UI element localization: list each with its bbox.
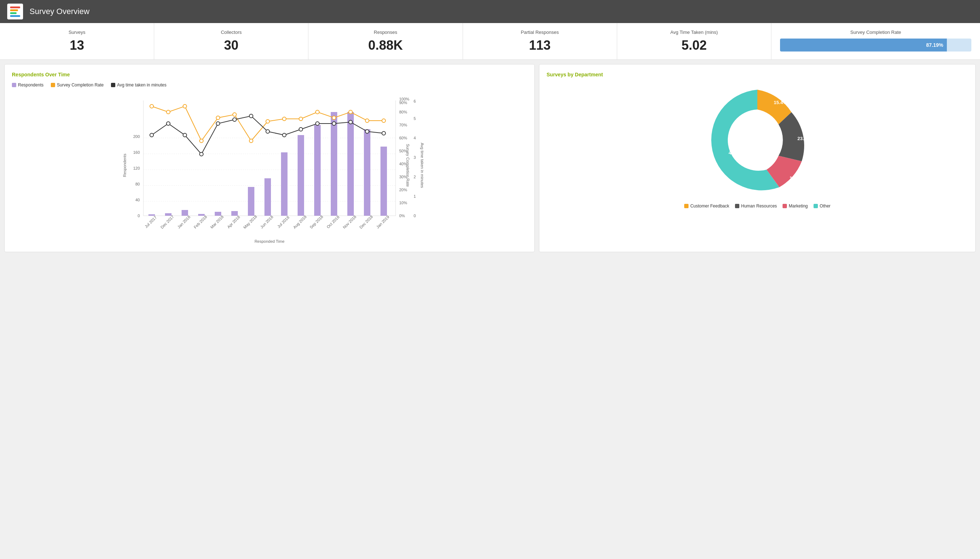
- bar-6: [248, 187, 254, 216]
- avgtime-dot-6: [249, 114, 253, 118]
- svg-text:Apr 2018: Apr 2018: [226, 215, 241, 229]
- svg-text:Jul 2017: Jul 2017: [144, 215, 157, 229]
- svg-text:10%: 10%: [399, 201, 407, 205]
- department-chart-title: Surveys by Department: [546, 72, 968, 78]
- avgtime-dot-11: [332, 122, 336, 125]
- donut-legend-box-marketing: [783, 204, 787, 208]
- donut-legend-label-hr: Human Resources: [741, 203, 777, 208]
- completion-dot-12: [349, 110, 353, 114]
- donut-legend-label-marketing: Marketing: [789, 203, 808, 208]
- donut-legend-box-hr: [735, 204, 739, 208]
- svg-text:Avg time taken in minutes: Avg time taken in minutes: [420, 143, 424, 188]
- donut-legend-box-customer: [684, 204, 689, 208]
- respondents-chart-area: 0 40 80 120 160 200 Respondents 0% 10% 2…: [12, 93, 527, 245]
- svg-text:Mar 2018: Mar 2018: [209, 214, 224, 229]
- svg-text:1: 1: [414, 194, 416, 198]
- completion-label: Survey Completion Rate: [780, 30, 971, 35]
- avgtime-dot-7: [266, 130, 270, 133]
- department-chart-panel: Surveys by Department: [539, 64, 976, 252]
- stat-responses-label: Responses: [317, 30, 454, 35]
- completion-dot-7: [266, 119, 270, 123]
- svg-text:200: 200: [133, 134, 140, 139]
- completion-dot-13: [365, 119, 369, 122]
- donut-legend-label-customer: Customer Feedback: [690, 203, 729, 208]
- svg-text:Jan 2019: Jan 2019: [376, 215, 390, 229]
- stat-collectors-label: Collectors: [163, 30, 300, 35]
- bar-12: [347, 112, 354, 216]
- avgtime-dot-4: [216, 122, 220, 125]
- svg-text:Jan 2018: Jan 2018: [177, 215, 191, 229]
- svg-text:100%: 100%: [399, 97, 409, 101]
- stat-avgtime-value: 5.02: [626, 38, 762, 53]
- stats-row: Surveys 13 Collectors 30 Responses 0.88K…: [0, 23, 980, 60]
- svg-text:0: 0: [414, 213, 416, 218]
- donut-legend-customer: Customer Feedback: [684, 203, 729, 208]
- svg-text:20%: 20%: [399, 188, 407, 192]
- svg-text:Feb 2018: Feb 2018: [193, 214, 207, 229]
- svg-text:Nov 2018: Nov 2018: [342, 214, 357, 230]
- main-content: Respondents Over Time Respondents Survey…: [0, 60, 980, 256]
- svg-text:70%: 70%: [399, 123, 407, 127]
- svg-text:2: 2: [414, 175, 416, 179]
- avgtime-dot-2: [183, 133, 187, 137]
- completion-dot-10: [316, 110, 319, 114]
- svg-text:Jun 2018: Jun 2018: [260, 215, 274, 229]
- donut-legend-box-other: [814, 204, 818, 208]
- segment-label-other: 46.2%: [728, 150, 743, 155]
- legend-completion-label: Survey Completion Rate: [57, 83, 104, 88]
- bar-13: [364, 129, 371, 216]
- logo-stripe-2: [10, 9, 18, 11]
- chart-legend: Respondents Survey Completion Rate Avg t…: [12, 83, 527, 88]
- bar-8: [281, 152, 288, 216]
- bar-11: [331, 112, 337, 216]
- svg-text:6: 6: [414, 99, 416, 103]
- stat-collectors-value: 30: [163, 38, 300, 53]
- completion-dot-8: [283, 117, 286, 121]
- svg-text:80: 80: [136, 182, 140, 186]
- avgtime-dot-8: [283, 133, 286, 137]
- progress-bar-bg: 87.19%: [780, 38, 971, 51]
- svg-text:Survey Completion Rate: Survey Completion Rate: [406, 144, 410, 187]
- respondents-chart-title: Respondents Over Time: [12, 72, 527, 78]
- svg-text:160: 160: [133, 150, 140, 154]
- app-header: Survey Overview: [0, 0, 980, 23]
- avgtime-dot-9: [299, 127, 303, 131]
- stat-partial-label: Partial Responses: [472, 30, 608, 35]
- svg-text:0: 0: [137, 213, 140, 218]
- legend-avgtime-box: [111, 83, 115, 87]
- logo-stripe-4: [10, 15, 20, 17]
- avgtime-dot-0: [150, 133, 154, 137]
- stat-partial: Partial Responses 113: [463, 23, 617, 60]
- segment-label-customer: 15.4%: [774, 100, 787, 105]
- logo-stripe-1: [10, 7, 20, 8]
- respondents-svg: 0 40 80 120 160 200 Respondents 0% 10% 2…: [12, 93, 527, 245]
- avgtime-dot-1: [166, 122, 170, 125]
- page-title: Survey Overview: [30, 7, 89, 16]
- stat-surveys-value: 13: [9, 38, 145, 53]
- completion-dot-1: [166, 110, 170, 114]
- stat-partial-value: 113: [472, 38, 608, 53]
- svg-text:3: 3: [414, 155, 416, 160]
- legend-respondents-box: [12, 83, 16, 87]
- stat-completion: Survey Completion Rate 87.19%: [771, 23, 980, 60]
- legend-avgtime: Avg time taken in minutes: [111, 83, 166, 88]
- svg-text:Aug 2018: Aug 2018: [292, 214, 307, 230]
- bar-7: [265, 178, 271, 216]
- avgtime-dot-10: [316, 122, 319, 125]
- svg-text:Oct 2018: Oct 2018: [326, 215, 340, 229]
- logo-stripes: [8, 4, 22, 19]
- legend-respondents-label: Respondents: [18, 83, 44, 88]
- donut-legend-other: Other: [814, 203, 831, 208]
- stat-avgtime: Avg Time Taken (mins) 5.02: [617, 23, 771, 60]
- completion-dot-0: [150, 104, 154, 108]
- segment-label-hr: 23.1: [797, 136, 806, 141]
- svg-text:Sep 2018: Sep 2018: [309, 214, 324, 230]
- stat-collectors: Collectors 30: [154, 23, 308, 60]
- stat-surveys-label: Surveys: [9, 30, 145, 35]
- donut-legend-marketing: Marketing: [783, 203, 808, 208]
- completion-dot-4: [216, 116, 220, 119]
- bar-2: [182, 210, 188, 216]
- svg-text:Jul 2018: Jul 2018: [276, 215, 290, 229]
- svg-text:Respondents: Respondents: [122, 154, 127, 177]
- legend-avgtime-label: Avg time taken in minutes: [117, 83, 166, 88]
